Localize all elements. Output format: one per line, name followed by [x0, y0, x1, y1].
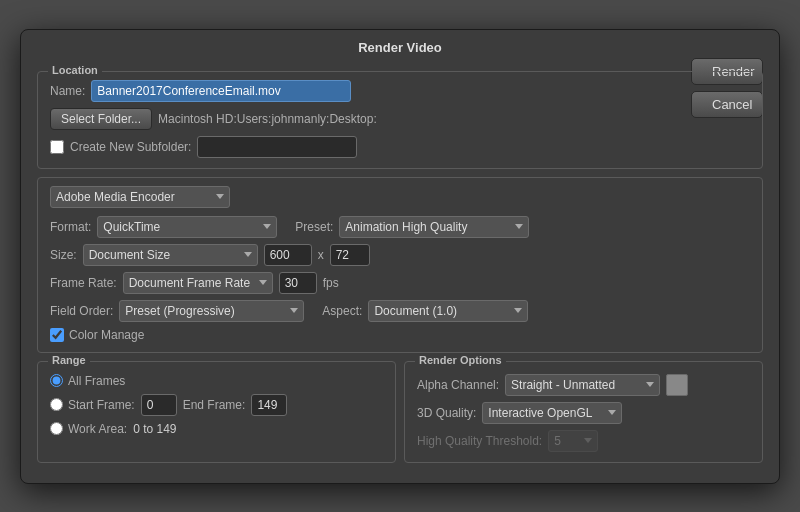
alpha-label: Alpha Channel:	[417, 378, 499, 392]
colormanage-label: Color Manage	[69, 328, 144, 342]
workarea-radio[interactable]	[50, 422, 63, 435]
start-frame-label: Start Frame:	[68, 398, 135, 412]
workarea-wrap: Work Area:	[50, 422, 127, 436]
framerate-row: Frame Rate: Document Frame Rate Custom f…	[50, 272, 750, 294]
dialog-title: Render Video	[21, 30, 779, 63]
encoder-section: Adobe Media Encoder Format: QuickTime H.…	[37, 177, 763, 353]
quality-label: 3D Quality:	[417, 406, 476, 420]
all-frames-label: All Frames	[68, 374, 125, 388]
all-frames-row: All Frames	[50, 374, 383, 388]
fps-input[interactable]	[279, 272, 317, 294]
subfolder-input[interactable]	[197, 136, 357, 158]
colormanage-wrap: Color Manage	[50, 328, 144, 342]
start-radio-wrap: Start Frame:	[50, 398, 135, 412]
fieldorder-select[interactable]: Preset (Progressive)	[119, 300, 304, 322]
alpha-select[interactable]: Straight - Unmatted Premultiplied None	[505, 374, 660, 396]
range-label: Range	[48, 354, 90, 366]
filename-input[interactable]	[91, 80, 351, 102]
colormanage-row: Color Manage	[50, 328, 750, 342]
all-frames-wrap: All Frames	[50, 374, 125, 388]
start-frame-radio[interactable]	[50, 398, 63, 411]
preset-label: Preset:	[295, 220, 333, 234]
height-input[interactable]	[330, 244, 370, 266]
dialog-body: Location Name: Select Folder... Macintos…	[21, 63, 779, 483]
end-frame-label: End Frame:	[183, 398, 246, 412]
workarea-label: Work Area:	[68, 422, 127, 436]
alpha-swatch	[666, 374, 688, 396]
alpha-row: Alpha Channel: Straight - Unmatted Premu…	[417, 374, 750, 396]
framerate-label: Frame Rate:	[50, 276, 117, 290]
colormanage-checkbox[interactable]	[50, 328, 64, 342]
aspect-label: Aspect:	[322, 304, 362, 318]
bottom-sections: Range All Frames Start Frame: End Frame:	[37, 361, 763, 471]
quality-row: 3D Quality: Interactive OpenGL Ray-Trace…	[417, 402, 750, 424]
end-frame-input[interactable]	[251, 394, 287, 416]
all-frames-radio[interactable]	[50, 374, 63, 387]
format-select[interactable]: QuickTime H.264	[97, 216, 277, 238]
render-options-section: Render Options Alpha Channel: Straight -…	[404, 361, 763, 463]
threshold-row: High Quality Threshold: 5	[417, 430, 750, 452]
range-section: Range All Frames Start Frame: End Frame:	[37, 361, 396, 463]
renderopts-label: Render Options	[415, 354, 506, 366]
startend-row: Start Frame: End Frame:	[50, 394, 383, 416]
x-label: x	[318, 248, 324, 262]
subfolder-label: Create New Subfolder:	[70, 140, 191, 154]
location-section: Location Name: Select Folder... Macintos…	[37, 71, 763, 169]
select-folder-button[interactable]: Select Folder...	[50, 108, 152, 130]
subfolder-row: Create New Subfolder:	[50, 136, 750, 158]
subfolder-checkbox[interactable]	[50, 140, 64, 154]
size-select[interactable]: Document Size Custom	[83, 244, 258, 266]
name-label: Name:	[50, 84, 85, 98]
format-preset-row: Format: QuickTime H.264 Preset: Animatio…	[50, 216, 750, 238]
location-label: Location	[48, 64, 102, 76]
folder-row: Select Folder... Macintosh HD:Users:john…	[50, 108, 750, 130]
framerate-select[interactable]: Document Frame Rate Custom	[123, 272, 273, 294]
render-video-dialog: Render Video Render Cancel Location Name…	[20, 29, 780, 484]
workarea-row: Work Area: 0 to 149	[50, 422, 383, 436]
preset-select[interactable]: Animation High Quality High Quality	[339, 216, 529, 238]
format-label: Format:	[50, 220, 91, 234]
folder-path: Macintosh HD:Users:johnmanly:Desktop:	[158, 112, 377, 126]
threshold-select: 5	[548, 430, 598, 452]
fps-label: fps	[323, 276, 339, 290]
threshold-label: High Quality Threshold:	[417, 434, 542, 448]
quality-select[interactable]: Interactive OpenGL Ray-Traced Draft Ray-…	[482, 402, 622, 424]
fieldorder-label: Field Order:	[50, 304, 113, 318]
size-row: Size: Document Size Custom x	[50, 244, 750, 266]
workarea-value: 0 to 149	[133, 422, 176, 436]
fieldorder-row: Field Order: Preset (Progressive) Aspect…	[50, 300, 750, 322]
encoder-select[interactable]: Adobe Media Encoder	[50, 186, 230, 208]
start-frame-input[interactable]	[141, 394, 177, 416]
aspect-select[interactable]: Document (1.0)	[368, 300, 528, 322]
name-row: Name:	[50, 80, 750, 102]
width-input[interactable]	[264, 244, 312, 266]
size-label: Size:	[50, 248, 77, 262]
